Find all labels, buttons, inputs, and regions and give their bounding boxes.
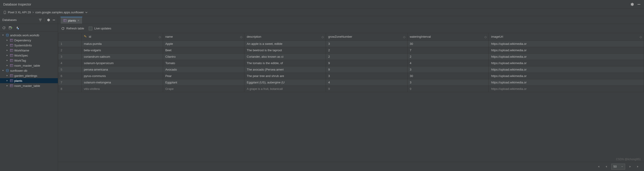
cell-url[interactable]: https://upload.wikimedia.or — [489, 85, 644, 92]
tree-database[interactable]: sunflower-db — [0, 68, 58, 73]
expand-arrow-icon[interactable] — [6, 54, 9, 57]
table-row[interactable]: 2beta-vulgarisBeetThe beetroot is the ta… — [58, 47, 644, 53]
refresh-icon[interactable] — [2, 26, 6, 29]
cell-id[interactable]: solanum-melongena — [82, 79, 163, 85]
tree-table[interactable]: plants — [0, 78, 58, 83]
tree-table[interactable]: room_master_table — [0, 83, 58, 88]
gear-icon[interactable] — [47, 18, 50, 22]
tree-database[interactable]: androidx.work.workdb — [0, 33, 58, 38]
cell-gzn[interactable]: 3 — [326, 73, 408, 79]
cell-wi[interactable]: 3 — [407, 79, 489, 85]
column-wateringinterval[interactable]: wateringInterval◇ — [407, 33, 489, 40]
cell-description[interactable]: The beetroot is the taproot — [244, 47, 326, 53]
breadcrumb-app[interactable]: com.google.samples.apps.sunflower — [36, 10, 84, 14]
cell-wi[interactable]: 2 — [407, 53, 489, 60]
column-name[interactable]: name◇ — [163, 33, 244, 40]
cell-name[interactable]: Eggplant — [163, 79, 244, 85]
cell-description[interactable]: An apple is a sweet, edible — [244, 40, 326, 47]
cell-gzn[interactable]: 4 — [326, 79, 408, 85]
cell-wi[interactable]: 7 — [407, 47, 489, 53]
table-row[interactable]: 1malus-pumilaAppleAn apple is a sweet, e… — [58, 40, 644, 47]
cell-wi[interactable]: 30 — [407, 73, 489, 79]
cell-url[interactable]: https://upload.wikimedia.or — [489, 79, 644, 85]
cell-url[interactable]: https://upload.wikimedia.or — [489, 73, 644, 79]
keep-connection-icon[interactable] — [16, 26, 19, 29]
cell-url[interactable]: https://upload.wikimedia.or — [489, 60, 644, 66]
close-icon[interactable]: ✕ — [78, 19, 80, 22]
cell-description[interactable]: A grape is a fruit, botanicall — [244, 85, 326, 92]
cell-name[interactable]: Apple — [163, 40, 244, 47]
cell-id[interactable]: malus-pumila — [82, 40, 163, 47]
first-page-icon[interactable] — [596, 164, 601, 170]
table-row[interactable]: 4solanum-lycopersicumTomatoThe tomato is… — [58, 60, 644, 66]
breadcrumb-device[interactable]: Pixel 3 XL API 29 — [8, 10, 31, 14]
cell-wi[interactable]: 4 — [407, 60, 489, 66]
cell-description[interactable]: Coriander, also known as ci — [244, 53, 326, 60]
expand-arrow-icon[interactable] — [6, 79, 9, 82]
cell-id[interactable]: solanum-lycopersicum — [82, 60, 163, 66]
column-rownum[interactable] — [58, 33, 82, 40]
column-description[interactable]: description◇ — [244, 33, 326, 40]
checkbox-icon[interactable] — [89, 27, 92, 30]
cell-id[interactable]: vitis-vinifera — [82, 85, 163, 92]
expand-arrow-icon[interactable] — [2, 69, 4, 72]
table-row[interactable]: 5persea-americanaAvocadoThe avocado (Per… — [58, 66, 644, 73]
cell-name[interactable]: Tomato — [163, 60, 244, 66]
expand-arrow-icon[interactable] — [6, 64, 9, 67]
cell-gzn[interactable]: 2 — [326, 47, 408, 53]
cell-gzn[interactable]: 9 — [326, 60, 408, 66]
prev-page-icon[interactable] — [604, 164, 609, 170]
minimize-icon[interactable] — [52, 18, 56, 22]
table-row[interactable]: 7solanum-melongenaEggplantEggplant (US),… — [58, 79, 644, 85]
live-updates-toggle[interactable]: Live updates — [89, 27, 111, 30]
expand-arrow-icon[interactable] — [6, 74, 9, 77]
cell-url[interactable]: https://upload.wikimedia.or — [489, 47, 644, 53]
new-query-icon[interactable] — [9, 26, 12, 29]
expand-arrow-icon[interactable] — [2, 33, 4, 37]
cell-url[interactable]: https://upload.wikimedia.or — [489, 53, 644, 60]
expand-arrow-icon[interactable] — [6, 44, 9, 47]
cell-id[interactable]: persea-americana — [82, 66, 163, 73]
filter-icon[interactable] — [39, 18, 42, 22]
expand-arrow-icon[interactable] — [6, 59, 9, 62]
cell-gzn[interactable]: 3 — [326, 40, 408, 47]
cell-id[interactable]: coriandrum-sativum — [82, 53, 163, 60]
cell-id[interactable]: beta-vulgaris — [82, 47, 163, 53]
cell-wi[interactable]: 30 — [407, 40, 489, 47]
column-growzonenumber[interactable]: growZoneNumber◇ — [326, 33, 408, 40]
expand-arrow-icon[interactable] — [6, 49, 9, 52]
column-imageurl[interactable]: imageUrl◇ — [489, 33, 644, 40]
cell-name[interactable]: Beet — [163, 47, 244, 53]
tree-table[interactable]: garden_plantings — [0, 73, 58, 78]
cell-url[interactable]: https://upload.wikimedia.or — [489, 40, 644, 47]
cell-name[interactable]: Avocado — [163, 66, 244, 73]
refresh-table-button[interactable]: Refresh table — [61, 27, 84, 30]
cell-url[interactable]: https://upload.wikimedia.or — [489, 66, 644, 73]
expand-arrow-icon[interactable] — [6, 84, 9, 87]
cell-gzn[interactable]: 2 — [326, 53, 408, 60]
expand-arrow-icon[interactable] — [6, 39, 9, 42]
gear-icon[interactable] — [630, 2, 634, 6]
tree-table[interactable]: WorkTag — [0, 58, 58, 63]
table-row[interactable]: 6pyrus-communisPearThe pear tree and shr… — [58, 73, 644, 79]
page-size-select[interactable]: 50 — [611, 164, 625, 170]
table-row[interactable]: 8vitis-viniferaGrapeA grape is a fruit, … — [58, 85, 644, 92]
tree-table[interactable]: WorkName — [0, 48, 58, 53]
minimize-icon[interactable] — [637, 2, 641, 6]
tree-table[interactable]: WorkSpec — [0, 53, 58, 58]
tab-plants[interactable]: plants ✕ — [60, 17, 82, 24]
table-row[interactable]: 3coriandrum-sativumCilantroCoriander, al… — [58, 53, 644, 60]
cell-wi[interactable]: 3 — [407, 66, 489, 73]
cell-name[interactable]: Cilantro — [163, 53, 244, 60]
chevron-down-icon[interactable] — [85, 11, 88, 13]
tree-table[interactable]: Dependency — [0, 38, 58, 43]
cell-description[interactable]: The tomato is the edible, of — [244, 60, 326, 66]
column-id[interactable]: id ◇ — [82, 33, 163, 40]
cell-wi[interactable]: 9 — [407, 85, 489, 92]
cell-name[interactable]: Pear — [163, 73, 244, 79]
next-page-icon[interactable] — [628, 164, 633, 170]
cell-description[interactable]: The avocado (Persea ameri — [244, 66, 326, 73]
cell-name[interactable]: Grape — [163, 85, 244, 92]
cell-description[interactable]: Eggplant (US), aubergine (U — [244, 79, 326, 85]
last-page-icon[interactable] — [635, 164, 641, 170]
